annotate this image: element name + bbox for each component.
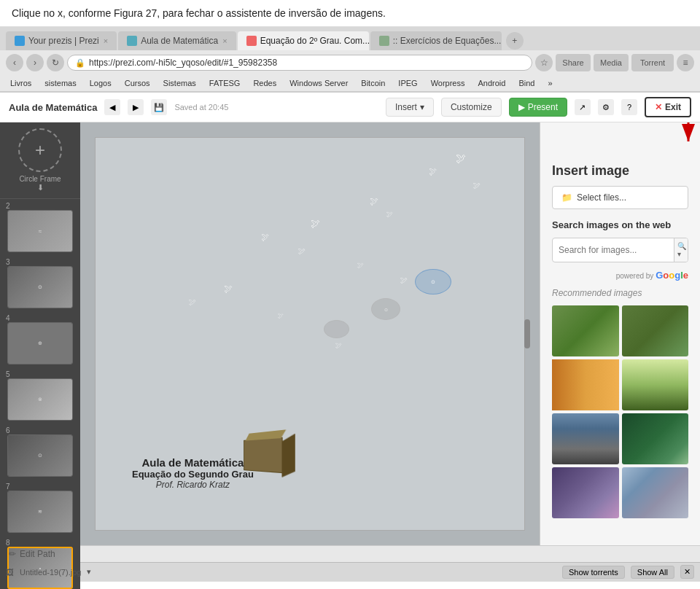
insert-label: Insert <box>395 102 417 112</box>
prezi-node-1[interactable]: ⊙ <box>415 269 451 294</box>
slide-num-5: 5 <box>6 370 10 378</box>
slide-panel-wrapper: + Circle Frame ⬇ 2 ≈ 3 ⊙ <box>0 122 80 545</box>
tab-equacao[interactable]: Equação do 2º Grau. Com... × <box>238 31 369 50</box>
customize-button[interactable]: Customize <box>441 98 502 117</box>
bird-13: 🕊 <box>278 313 284 319</box>
slide-item-5[interactable]: 5 ⊗ <box>0 367 80 424</box>
rec-image-6[interactable] <box>622 413 689 464</box>
slide-item-6[interactable]: 6 ⊙ <box>0 424 80 480</box>
select-files-button[interactable]: 📁 Select files... <box>552 186 688 209</box>
bookmark-cursos[interactable]: Cursos <box>120 77 155 89</box>
circle-frame-label: Circle Frame <box>19 175 61 183</box>
insert-button[interactable]: Insert ▾ <box>386 98 434 117</box>
forward-button[interactable]: › <box>26 54 44 71</box>
slide-item-8[interactable]: 8 • <box>0 536 80 589</box>
bookmark-fatesg[interactable]: FATESG <box>205 77 245 89</box>
slide-num-6: 6 <box>6 426 10 434</box>
back-button[interactable]: ‹ <box>6 54 23 71</box>
slide-item-2[interactable]: 2 ≈ <box>0 199 80 255</box>
show-all-button[interactable]: Show All <box>631 566 674 579</box>
scroll-indicator <box>524 319 530 348</box>
rec-image-2[interactable] <box>622 305 689 356</box>
slide-item-7[interactable]: 7 ≋ <box>0 480 80 536</box>
slide-num-8: 8 <box>6 539 10 547</box>
bookmark-livros[interactable]: Livros <box>6 77 36 89</box>
bookmark-more[interactable]: » <box>543 77 556 89</box>
bookmark-windows[interactable]: Windows Server <box>285 77 352 89</box>
tab-favicon-1 <box>15 36 25 46</box>
instruction-bar: Clique no x, conforme Figura 27, para fe… <box>0 0 700 27</box>
prezi-node-3[interactable] <box>324 320 349 338</box>
rec-image-4[interactable] <box>622 359 689 410</box>
search-bar: 🔍▾ 🔍 <box>552 238 688 262</box>
bookmark-ipeg[interactable]: IPEG <box>394 77 421 89</box>
tab-label-4: :: Exercícios de Equações... <box>393 36 502 46</box>
slide-thumb-content-2: ≈ <box>39 228 42 235</box>
prezi-back-btn[interactable]: ◀ <box>104 99 120 115</box>
edit-path-label[interactable]: Edit Path <box>20 549 55 559</box>
prezi-forward-btn[interactable]: ▶ <box>128 99 144 115</box>
tab-exercicios[interactable]: :: Exercícios de Equações... × <box>370 31 502 50</box>
bookmark-worpress[interactable]: Worpress <box>427 77 470 89</box>
media-button[interactable]: Media <box>594 54 629 71</box>
bookmark-bind[interactable]: Bind <box>514 77 539 89</box>
settings-btn[interactable]: ⚙ <box>598 99 614 115</box>
slide-thumb-content-4: ⊕ <box>38 340 42 346</box>
rec-image-7[interactable] <box>552 467 619 518</box>
search-section-label: Search images on the web <box>552 219 688 230</box>
menu-button[interactable]: ≡ <box>677 54 694 71</box>
bookmark-redes[interactable]: Redes <box>249 77 281 89</box>
add-frame-button[interactable]: + <box>18 128 62 172</box>
bookmark-sistemas2[interactable]: Sistemas <box>159 77 201 89</box>
tab-bar: Your prezis | Prezi × Aula de Matemática… <box>0 27 700 50</box>
canvas-area[interactable]: 🕊 🕊 🕊 🕊 🕊 🕊 🕊 🕊 🕊 🕊 🕊 🕊 🕊 🕊 ⊙ <box>95 137 525 531</box>
canvas-title1: Aula de Matemática <box>132 456 254 469</box>
help-btn[interactable]: ? <box>621 99 637 115</box>
present-button[interactable]: ▶ Present <box>509 98 567 117</box>
new-tab-button[interactable]: + <box>506 32 524 50</box>
torrent-button[interactable]: Torrent <box>631 54 674 71</box>
slide-thumb-2[interactable]: ≈ <box>7 210 73 252</box>
main-canvas[interactable]: 🕊 🕊 🕊 🕊 🕊 🕊 🕊 🕊 🕊 🕊 🕊 🕊 🕊 🕊 ⊙ <box>80 122 540 545</box>
frame-dropdown[interactable]: ⬇ <box>37 183 44 192</box>
slide-num-2: 2 <box>6 202 10 210</box>
exit-button[interactable]: ✕ Exit <box>645 97 691 117</box>
slide-thumb-3[interactable]: ⊙ <box>7 266 73 308</box>
rec-image-5[interactable] <box>552 413 619 464</box>
bird-10: 🕊 <box>400 276 408 284</box>
address-bar[interactable]: 🔒 https://prezi.com/-hi5lc_yqoso/edit/#1… <box>67 55 532 71</box>
tab-close-1[interactable]: × <box>104 36 108 45</box>
exit-x-icon: ✕ <box>655 102 662 112</box>
tab-your-prezis[interactable]: Your prezis | Prezi × <box>6 31 117 50</box>
share-btn[interactable]: ↗ <box>575 99 591 115</box>
tab-aula[interactable]: Aula de Matemática × <box>118 31 236 50</box>
slide-item-3[interactable]: 3 ⊙ <box>0 255 80 311</box>
prezi-save-btn[interactable]: 💾 <box>151 99 167 115</box>
prezi-node-2[interactable]: ⊙ <box>371 298 400 320</box>
slide-thumb-4[interactable]: ⊕ <box>7 322 73 364</box>
rec-image-8[interactable] <box>622 467 689 518</box>
slide-item-4[interactable]: 4 ⊕ <box>0 311 80 367</box>
bird-1: 🕊 <box>456 152 466 164</box>
bird-9: 🕊 <box>357 262 364 269</box>
reload-button[interactable]: ↻ <box>47 54 64 71</box>
bookmark-button[interactable]: ☆ <box>535 54 553 71</box>
bookmark-bitcoin[interactable]: Bitcoin <box>357 77 389 89</box>
status-bar: 🖼 Untitled-19(7).jpg ▾ Show torrents Sho… <box>0 562 700 581</box>
bookmark-logos[interactable]: Logos <box>85 77 116 89</box>
close-status-button[interactable]: ✕ <box>680 565 694 579</box>
tab-close-2[interactable]: × <box>222 36 227 45</box>
select-files-label: Select files... <box>577 192 626 203</box>
rec-image-3[interactable] <box>552 359 619 410</box>
slide-thumb-7[interactable]: ≋ <box>7 491 73 533</box>
show-torrents-button[interactable]: Show torrents <box>562 566 625 579</box>
file-dropdown-icon[interactable]: ▾ <box>87 567 91 577</box>
share-button[interactable]: Share <box>556 54 591 71</box>
slide-thumb-6[interactable]: ⊙ <box>7 434 73 477</box>
search-dropdown-button[interactable]: 🔍▾ <box>674 238 688 262</box>
bookmark-android[interactable]: Android <box>474 77 510 89</box>
search-input[interactable] <box>553 241 674 259</box>
slide-thumb-5[interactable]: ⊗ <box>7 378 73 421</box>
bookmark-sistemas[interactable]: sistemas <box>40 77 80 89</box>
rec-image-1[interactable] <box>552 305 619 356</box>
